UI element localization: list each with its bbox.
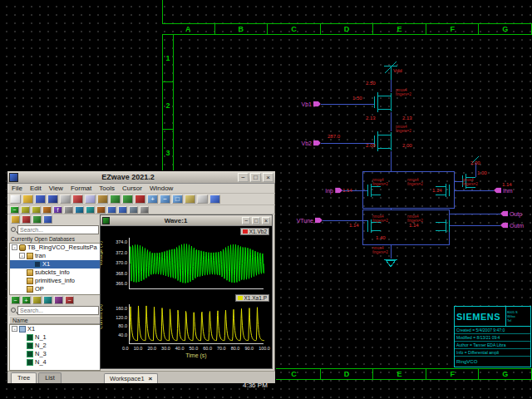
menu-item[interactable]: Edit [30, 185, 42, 192]
overlay-signal-icon[interactable] [32, 296, 42, 304]
wave-minimize-button[interactable]: − [242, 217, 250, 224]
copy-icon[interactable] [85, 195, 96, 204]
pan-icon[interactable] [185, 195, 195, 204]
signal-tree: -X1N_1N_2N_3N_4 [9, 324, 101, 371]
ezwave-window: EZwave 2021.2 − □ × FileEditViewFormatTo… [7, 170, 276, 384]
title-block-created: Created = 5/4/2007 9:47:0 [455, 327, 530, 334]
workspace-tab[interactable]: Workspace1 × [104, 373, 158, 383]
wave-maximize-button[interactable]: □ [252, 217, 260, 224]
tree-item-x1[interactable]: X1 [10, 260, 100, 268]
expander-icon[interactable]: - [12, 244, 17, 250]
database-search-input[interactable] [17, 225, 99, 234]
tree-item-n_4[interactable]: N_4 [10, 358, 100, 367]
cursor-horizontal-icon[interactable] [32, 206, 41, 214]
legend-label: X1.Xa1.P [244, 295, 267, 301]
open-database-icon[interactable] [11, 215, 20, 224]
menu-item[interactable]: File [12, 185, 22, 192]
sheet-row-label: 2 [163, 82, 173, 130]
measure-icon[interactable] [42, 206, 52, 214]
current-plot[interactable] [129, 304, 264, 344]
wave-plot-area[interactable]: X1.Vb2 X1.Xa1.P 374.0372.0370.0368.036 [101, 226, 272, 368]
expander-icon[interactable]: - [12, 326, 17, 332]
expander-icon[interactable]: - [19, 253, 25, 259]
sheet-column-label: E [373, 369, 426, 379]
sheet-column-label: G [479, 369, 532, 379]
legend-voltage[interactable]: X1.Vb2 [240, 228, 269, 235]
menu-item[interactable]: Tools [99, 185, 115, 192]
delete-icon[interactable] [135, 195, 145, 204]
legend-current[interactable]: X1.Xa1.P [235, 294, 269, 302]
signal-search-row [9, 305, 101, 316]
paste-icon[interactable] [97, 195, 108, 204]
tree-item-n_2[interactable]: N_2 [10, 342, 100, 350]
zoom-out-icon[interactable]: − [160, 195, 170, 204]
tab-list[interactable]: List [38, 372, 62, 383]
print-icon[interactable] [60, 195, 71, 204]
search-icon [11, 227, 16, 232]
save-icon[interactable] [35, 195, 46, 204]
grid-icon[interactable] [209, 195, 220, 204]
cursor-vertical-icon[interactable] [21, 206, 30, 214]
database-tree: -TB_RingVCO_ResultsPa-tranX1subckts_info… [9, 243, 101, 295]
list-view-icon[interactable] [129, 206, 138, 214]
settings-icon[interactable] [140, 206, 149, 214]
close-button[interactable]: × [263, 173, 273, 182]
tab-tree[interactable]: Tree [11, 372, 37, 383]
tree-item-n_1[interactable]: N_1 [10, 333, 100, 342]
expander-spacer [27, 261, 32, 267]
menu-item[interactable]: Window [150, 185, 173, 192]
maximize-button[interactable]: □ [250, 173, 261, 182]
ezwave-titlebar[interactable]: EZwave 2021.2 − □ × [7, 171, 275, 184]
add-waveform-icon[interactable]: ~ [10, 206, 19, 214]
refresh-icon[interactable] [32, 215, 42, 224]
wave-titlebar[interactable]: Wave:1 − □ × [101, 215, 272, 226]
folder-icon [27, 269, 33, 276]
tree-item-x1[interactable]: -X1 [10, 325, 100, 333]
database-info-icon[interactable] [43, 215, 52, 224]
strip-signal-icon[interactable] [43, 296, 52, 304]
xy-plot-icon[interactable] [54, 296, 63, 304]
wave-window-title: Wave:1 [111, 217, 240, 224]
tree-item-tb_ringvco_resultspa[interactable]: -TB_RingVCO_ResultsPa [10, 244, 100, 252]
append-signal-icon[interactable]: + [22, 296, 31, 304]
title-block-address: 8005 SWilsoTel [505, 307, 530, 326]
cut-icon[interactable] [72, 195, 83, 204]
wave-icon [34, 261, 41, 268]
wave-close-button[interactable]: × [262, 217, 270, 224]
save-all-icon[interactable] [47, 195, 58, 204]
ezwave-client-area: Currently Open Databases -TB_RingVCO_Res… [7, 214, 275, 371]
tree-item-n_3[interactable]: N_3 [10, 350, 100, 358]
overlay-icon[interactable] [96, 206, 106, 214]
voltage-plot[interactable] [129, 238, 264, 289]
spreadsheet-icon[interactable] [118, 206, 127, 214]
tree-item-primitives_info[interactable]: primitives_info [10, 277, 100, 285]
sheet-border-stub [162, 0, 163, 23]
plot-signal-icon[interactable]: ~ [11, 296, 20, 304]
tree-item-op[interactable]: OP [10, 285, 100, 293]
new-icon[interactable] [10, 195, 21, 204]
signal-name-column-header[interactable]: Name [9, 316, 101, 324]
fft-icon[interactable]: f [53, 206, 62, 214]
strip-chart-icon[interactable] [86, 206, 95, 214]
workspace-close-icon[interactable]: × [149, 374, 153, 383]
zoom-in-icon[interactable]: + [147, 195, 158, 204]
remove-signal-icon[interactable]: − [65, 296, 74, 304]
calculator-icon[interactable] [64, 206, 73, 214]
axes-icon[interactable] [75, 206, 84, 214]
zoom-fit-icon[interactable]: □ [172, 195, 183, 204]
open-icon[interactable] [22, 195, 33, 204]
tree-item-subckts_info[interactable]: subckts_info [10, 268, 100, 277]
select-mode-icon[interactable] [197, 195, 208, 204]
redo-icon[interactable] [122, 195, 133, 204]
close-database-icon[interactable] [22, 215, 31, 224]
time-axis-ticks: 0.010.020.030.040.050.060.070.080.090.01… [122, 346, 270, 351]
menu-item[interactable]: Cursor [122, 185, 142, 192]
signal-search-input[interactable] [17, 306, 99, 315]
undo-icon[interactable] [110, 195, 121, 204]
menu-item[interactable]: Format [71, 185, 91, 192]
minimize-button[interactable]: − [238, 173, 249, 182]
expander-spacer [19, 269, 25, 275]
tree-item-tran[interactable]: -tran [10, 252, 100, 260]
menu-item[interactable]: View [49, 185, 63, 192]
table-icon[interactable] [107, 206, 116, 214]
